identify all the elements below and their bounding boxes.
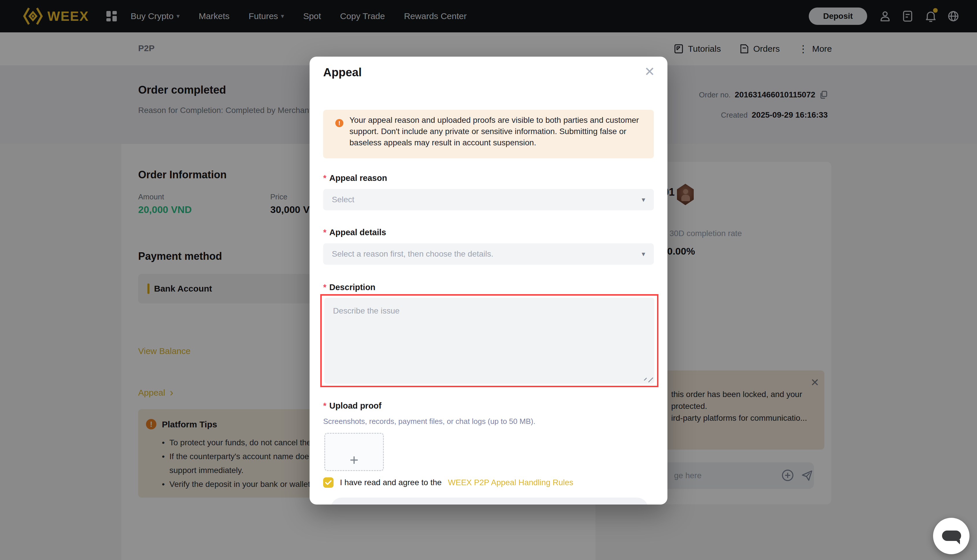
appeal-reason-value: Select bbox=[332, 195, 642, 204]
modal-title: Appeal bbox=[323, 66, 362, 79]
caret-down-icon: ▾ bbox=[642, 250, 645, 258]
appeal-modal: Appeal ✕ ! Your appeal reason and upload… bbox=[310, 57, 667, 505]
required-mark: * bbox=[323, 228, 326, 237]
required-mark: * bbox=[323, 283, 326, 292]
appeal-warning-text: Your appeal reason and uploaded proofs a… bbox=[350, 115, 642, 148]
modal-close-icon[interactable]: ✕ bbox=[644, 65, 655, 78]
required-mark: * bbox=[323, 401, 326, 411]
upload-proof-label: * Upload proof bbox=[323, 401, 382, 411]
annotation-highlight-box bbox=[320, 294, 659, 387]
caret-down-icon: ▾ bbox=[642, 196, 645, 204]
description-label: * Description bbox=[323, 283, 375, 292]
chat-bubble-tail bbox=[955, 540, 960, 544]
appeal-details-label: * Appeal details bbox=[323, 228, 386, 237]
checkmark-icon bbox=[325, 480, 332, 485]
upload-hint: Screenshots, records, payment files, or … bbox=[323, 417, 535, 426]
chat-bubble-icon bbox=[942, 530, 961, 541]
agree-text: I have read and agree to the bbox=[340, 478, 442, 487]
required-mark: * bbox=[323, 173, 326, 183]
warning-icon: ! bbox=[335, 119, 343, 127]
appeal-details-value: Select a reason first, then choose the d… bbox=[332, 249, 642, 258]
submit-button-clipped[interactable] bbox=[330, 498, 649, 505]
appeal-reason-label: * Appeal reason bbox=[323, 173, 387, 183]
appeal-details-select[interactable]: Select a reason first, then choose the d… bbox=[323, 243, 654, 265]
plus-icon: + bbox=[324, 433, 384, 471]
appeal-rules-link[interactable]: WEEX P2P Appeal Handling Rules bbox=[448, 478, 574, 487]
appeal-reason-select[interactable]: Select ▾ bbox=[323, 189, 654, 210]
agree-checkbox[interactable] bbox=[323, 477, 333, 488]
agree-row: I have read and agree to the WEEX P2P Ap… bbox=[323, 477, 574, 488]
